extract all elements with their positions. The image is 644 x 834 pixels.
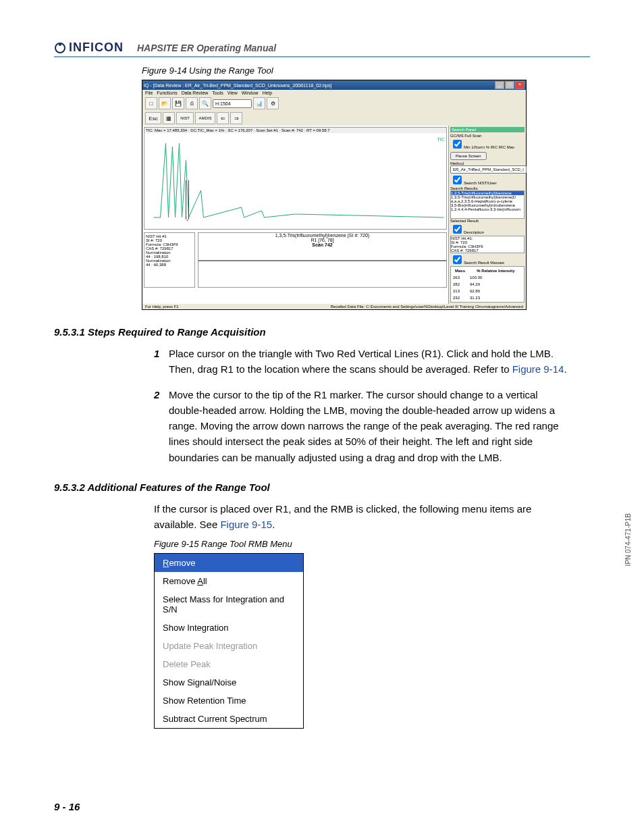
menu-view[interactable]: View [227,90,238,95]
esc-icon[interactable]: Esc [145,112,161,124]
new-icon[interactable]: □ [145,97,157,109]
menu-window[interactable]: Window [242,90,259,95]
close-button[interactable]: × [515,81,525,89]
step-2: 2 Move the cursor to the tip of the R1 m… [154,387,570,465]
spectrum-svg [198,247,446,274]
menu-data-review[interactable]: Data Review [182,90,209,95]
spectrum-title: 1,3,5-Tris(trifluoromethyl)benzene (SI #… [198,233,446,238]
chart-icon[interactable]: 📊 [253,97,265,109]
logo-text: INFICON [69,41,124,55]
para-9-5-3-2: If the cursor is placed over R1, and the… [154,501,570,533]
rmb-item[interactable]: Remove [155,554,303,572]
window-titlebar: IQ - [Data Review : ER_Air_Tri-Bed_PPM_S… [142,80,526,90]
toolbar-2: Esc ▦ NIST AMDIS ⇐ ⇒ [142,111,526,126]
mass-table: Mass% Relative Intensity 263100.00 28294… [450,266,525,303]
grid-icon[interactable]: ▦ [163,112,175,124]
inficon-logo: INFICON [54,41,124,55]
page-number: 9 - 16 [54,801,80,812]
description-check[interactable] [453,225,462,234]
rmb-menu: RemoveRemove AllSelect Mass for Integrat… [154,553,304,729]
figure-9-14-link[interactable]: Figure 9-14 [512,363,564,375]
figure-9-15-caption: Figure 9-15 Range Tool RMB Menu [154,539,590,549]
rmb-item[interactable]: Show Signal/Noise [155,673,303,692]
status-bar: For Help, press F1 Recalled Data File: C… [142,304,526,309]
status-left: For Help, press F1 [145,305,179,309]
chromatogram-plot[interactable]: TIC: Max = 17,485,334 · DC:TIC_Max = 1% … [144,127,447,230]
figure-9-15-link[interactable]: Figure 9-15 [220,519,272,530]
nist-icon[interactable]: NIST [176,112,194,124]
page-header: INFICON HAPSITE ER Operating Manual [54,41,590,57]
spectrum-r1: R1 [76, 78] [198,238,446,242]
arrow-right-icon[interactable]: ⇒ [230,112,242,124]
heading-9-5-3-1: 9.5.3.1 Steps Required to Range Acquisit… [54,326,590,338]
save-icon[interactable]: 💾 [172,97,184,109]
search-panel-header: Search Panel [450,127,525,132]
settings-icon[interactable]: ⚙ [267,97,279,109]
rmb-item: Delete Peak [155,655,303,673]
svg-point-1 [59,43,61,46]
tic-label: TIC [437,137,445,142]
search-panel: Search Panel GC/MS Full Scan Min 1/Norm … [448,126,526,304]
menu-functions[interactable]: Functions [157,90,177,95]
arrow-left-icon[interactable]: ⇐ [217,112,229,124]
menu-tools[interactable]: Tools [212,90,223,95]
status-right: Recalled Data File: C:\Documents and Set… [331,305,523,309]
chromatogram-header: TIC: Max = 17,485,334 · DC:TIC_Max = 1% … [144,128,446,133]
rmb-item: Update Peak Integration [155,637,303,655]
results-list[interactable]: 1,3,5-Tris(trifluoromethyl)benzene 1,3,5… [450,190,525,219]
zoom-icon[interactable]: 🔍 [199,97,211,109]
side-label: IPN 074-471-P1B [624,513,632,566]
open-icon[interactable]: 📂 [159,97,171,109]
logo-icon [54,42,66,54]
r1-marker-icon [186,219,190,221]
figure-9-14-screenshot: IQ - [Data Review : ER_Air_Tri-Bed_PPM_S… [142,80,527,310]
spectrum-scan: Scan 742 [198,242,446,247]
search-nist-check[interactable] [453,176,462,184]
minimize-button[interactable]: _ [495,81,504,89]
spectrum-info-panel: NIST Hit #1 SI #: 720 Formula: C9H3F9 CA… [144,232,195,288]
pause-screen-button[interactable]: Pause Screen [450,152,487,160]
chromatogram-svg: TIC [144,133,446,221]
menu-file[interactable]: File [145,90,153,95]
amdis-icon[interactable]: AMDIS [195,112,215,124]
masses-check[interactable] [453,255,462,264]
rmb-item[interactable]: Select Mass for Integration and S/N [155,590,303,619]
rmb-item[interactable]: Remove All [155,572,303,590]
maximize-button[interactable]: □ [505,81,514,89]
menu-help[interactable]: Help [263,90,272,95]
method-field[interactable] [450,165,527,174]
toolbar-field[interactable] [213,99,252,108]
toolbar: □ 📂 💾 ⎙ 🔍 📊 ⚙ [142,96,526,111]
figure-9-14-caption: Figure 9-14 Using the Range Tool [142,66,590,76]
rmb-item[interactable]: Show Integration [155,619,303,637]
step-1: 1 Place cursor on the triangle with Two … [154,346,570,377]
spectrum-plot[interactable]: 1,3,5-Tris(trifluoromethyl)benzene (SI #… [198,232,447,288]
print-icon[interactable]: ⎙ [186,97,198,109]
heading-9-5-3-2: 9.5.3.2 Additional Features of the Range… [54,481,590,493]
rmb-item[interactable]: Subtract Current Spectrum [155,710,303,728]
description-box: NIST Hit #1: SI #: 720 Formula: C9H3F9 C… [450,236,525,253]
menubar: File Functions Data Review Tools View Wi… [142,90,526,96]
rmb-item[interactable]: Show Retention Time [155,692,303,710]
manual-title: HAPSITE ER Operating Manual [137,43,276,55]
min-norm-check[interactable] [453,140,462,149]
window-title: IQ - [Data Review : ER_Air_Tri-Bed_PPM_S… [144,83,331,88]
